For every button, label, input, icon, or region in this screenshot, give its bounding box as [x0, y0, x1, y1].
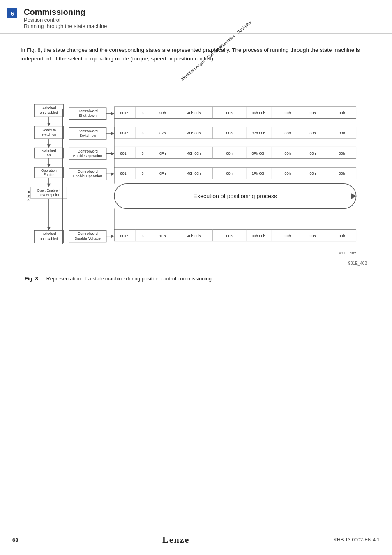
td-2-9: 00h: [339, 131, 345, 135]
td-5-2: 6: [142, 234, 144, 238]
cw-label-3a: Controlword: [78, 149, 98, 153]
td-2-6: 07h 00h: [252, 131, 265, 135]
td-2-4: 40h 60h: [187, 131, 201, 135]
cw-label-2b: Switch on: [79, 134, 96, 138]
execution-label: Execution of positioning process: [194, 193, 277, 199]
col-identifier: Identifier: [180, 67, 195, 81]
td-3-5: 00h: [226, 151, 233, 155]
state-label-on-disabled-2: on disabled: [40, 236, 58, 240]
figure-caption: Fig. 8 Representation of a state machine…: [21, 276, 371, 282]
td-4-3: 0Fh: [159, 171, 166, 176]
cw-label-5b: Disable Voltage: [74, 236, 100, 240]
header-subtitle2: Running through the state machine: [24, 23, 107, 29]
arrow-head-4: [47, 183, 51, 187]
td-5-6: 00h 00h: [252, 234, 265, 238]
state-label-operation-2: Enable: [43, 173, 54, 177]
td-3-3: 0Fh: [159, 151, 166, 155]
td-4-7: 00h: [285, 171, 291, 176]
cw-arrow-head-4: [111, 172, 114, 176]
td-1-5: 00h: [226, 111, 233, 115]
td-3-9: 00h: [339, 151, 345, 155]
td-1-4: 40h 60h: [187, 111, 201, 115]
td-1-1: 601h: [120, 111, 128, 115]
table-row-3: [114, 147, 356, 158]
td-4-2: 6: [142, 171, 144, 176]
td-5-1: 601h: [120, 234, 128, 238]
diagram-container: Identifier Length Command Mainindex Subi…: [21, 75, 371, 268]
td-2-7: 00h: [285, 131, 291, 135]
intro-text: In Fig. 8, the state changes and the cor…: [21, 46, 371, 63]
page-footer: 68 Lenze KHB 13.0002-EN 4.1: [0, 534, 392, 545]
td-3-1: 601h: [120, 151, 128, 155]
state-label-on-disabled-1: on disabled: [40, 111, 58, 115]
arrow-head-5: [47, 227, 51, 230]
td-3-2: 6: [142, 151, 144, 155]
ref-code: 931E_402: [339, 251, 356, 255]
cw-arrow-head-5: [111, 234, 114, 238]
arrow-head-2: [47, 144, 51, 148]
td-4-5: 00h: [226, 171, 233, 176]
td-5-8: 00h: [309, 234, 316, 238]
state-label-switched-on-2: on: [47, 153, 51, 157]
td-5-7: 00h: [285, 234, 291, 238]
cw-arrow-head-1: [111, 112, 114, 115]
header-text-block: Commissioning Position control Running t…: [24, 7, 107, 29]
td-1-7: 00h: [285, 111, 291, 115]
chapter-number: 6: [7, 8, 17, 18]
state-label-switched-on-1: Switched: [42, 148, 56, 153]
td-1-9: 00h: [339, 111, 345, 115]
td-3-6: 0Fh 00h: [251, 151, 265, 155]
td-3-4: 40h 60h: [187, 151, 201, 155]
page-header: 6 Commissioning Position control Running…: [0, 0, 392, 34]
lenze-logo: Lenze: [162, 534, 189, 545]
cw-label-1a: Controlword: [78, 109, 98, 113]
td-2-1: 601h: [120, 131, 128, 135]
td-4-9: 00h: [339, 171, 345, 176]
state-label-operation-1: Operation: [41, 169, 57, 173]
table-row-2: [114, 127, 356, 139]
cw-label-1b: Shut down: [79, 113, 97, 118]
cw-label-2a: Controlword: [78, 129, 98, 133]
cw-label-5a: Controlword: [78, 231, 98, 236]
cw-label-4b: Enable Operation: [73, 174, 102, 178]
state-label-ready-1: Ready to: [42, 128, 56, 132]
td-1-3: 2Bh: [159, 111, 166, 115]
td-2-3: 07h: [159, 131, 166, 135]
cw-label-3b: Enable Operation: [73, 154, 102, 158]
td-2-2: 6: [142, 131, 144, 135]
state-machine-diagram: Identifier Length Command Mainindex Subi…: [25, 79, 367, 259]
td-2-5: 00h: [226, 131, 233, 135]
td-4-6: 1Fh 00h: [251, 171, 265, 176]
td-1-2: 6: [142, 111, 144, 115]
state-axis-label: State: [26, 191, 31, 201]
cw-arrow-head-2: [111, 132, 114, 135]
page-title: Commissioning: [24, 7, 107, 17]
table-row-1: [114, 107, 356, 118]
td-2-8: 00h: [309, 131, 316, 135]
state-label-oper-2: new Setpoint: [39, 193, 59, 197]
td-3-8: 00h: [309, 151, 316, 155]
state-label-switched-1: Switched: [42, 106, 56, 110]
page-number: 68: [12, 537, 18, 543]
td-3-7: 00h: [285, 151, 291, 155]
td-5-3: 1Fh: [159, 234, 166, 238]
td-4-8: 00h: [309, 171, 316, 176]
figure-label: Fig. 8: [25, 276, 38, 282]
table-row-5: [114, 229, 356, 241]
cw-label-4a: Controlword: [78, 169, 98, 173]
td-5-4: 40h 60h: [187, 234, 201, 238]
arrow-head-1: [47, 123, 51, 126]
header-subtitle1: Position control: [24, 17, 107, 23]
document-reference: KHB 13.0002-EN 4.1: [334, 537, 380, 543]
execution-arrow-right: [351, 193, 356, 199]
cw-arrow-head-3: [111, 152, 114, 155]
page-body: In Fig. 8, the state changes and the cor…: [0, 34, 392, 298]
td-5-5: 00h: [226, 234, 233, 238]
table-row-4: [114, 167, 356, 179]
state-label-oper-1: Oper. Enable +: [37, 188, 61, 192]
td-5-9: 00h: [339, 234, 345, 238]
td-4-1: 601h: [120, 171, 128, 176]
diagram-ref: 931E_402: [25, 261, 367, 266]
td-1-6: 06h 00h: [252, 111, 265, 115]
state-label-switched-2: Switched: [42, 232, 56, 236]
